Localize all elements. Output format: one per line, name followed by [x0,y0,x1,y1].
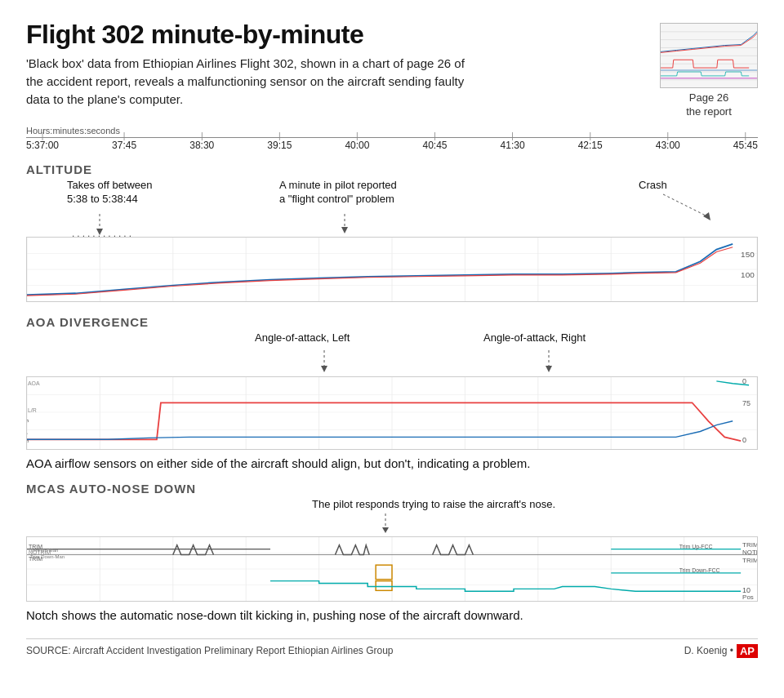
aoa-chart: 0 75 0 deg/s, Deg AOA L/R [26,376,758,450]
aoa-right-arrow-svg [26,331,758,376]
altitude-chart: 150 100 [26,237,758,302]
tick-0: 5:37:00 [26,140,59,151]
svg-text:deg/s, Deg: deg/s, Deg [26,419,29,449]
annotation-mcas-pilot: The pilot responds trying to raise the a… [312,497,555,512]
page-ref-label: Page 26the report [686,91,732,119]
svg-rect-71 [376,565,392,580]
aoa-explanation: AOA airflow sensors on either side of th… [26,456,758,470]
tick-7: 42:15 [578,140,603,151]
svg-marker-56 [382,527,389,533]
annotation-crash: Crash [639,178,667,193]
aoa-section: AOA DIVERGENCE Angle-of-attack, Left Ang… [26,315,758,470]
svg-text:Trim Down-FCC: Trim Down-FCC [679,567,720,573]
aoa-label: AOA DIVERGENCE [26,315,758,329]
ap-credit: D. Koenig • AP [684,644,758,658]
main-title: Flight 302 minute-by-minute [26,20,640,50]
altitude-chart-wrapper: 150 100 [26,237,758,302]
svg-text:0: 0 [742,436,746,444]
annotation-aoa-right: Angle-of-attack, Right [483,331,586,345]
svg-text:0: 0 [742,377,746,385]
page-ref-area: Page 26the report [660,23,758,119]
mcas-annotation-row: The pilot responds trying to raise the a… [26,497,758,536]
altitude-section: ALTITUDE Takes off between5:38 to 5:38:4… [26,162,758,302]
mcas-chart: TRIM NOTRIM TRIM Trim Up-Man Trim Down-M… [26,536,758,602]
timeline-axis: 5:37:00 37:45 38:30 39:15 40:00 40:45 41… [26,137,758,151]
svg-text:Trim Down-Man: Trim Down-Man [30,554,65,559]
page-thumbnail [660,23,758,88]
source-text: SOURCE: Aircraft Accident Investigation … [26,645,394,656]
ap-logo-box: AP [737,644,758,658]
header-left: Flight 302 minute-by-minute 'Black box' … [26,20,640,108]
altitude-annotation-row: Takes off between5:38 to 5:38:44 .......… [26,178,758,237]
svg-marker-32 [321,366,327,372]
altitude-label: ALTITUDE [26,162,758,176]
svg-text:150: 150 [741,250,755,259]
svg-text:TRIM: TRIM [742,541,758,549]
mcas-explanation: Notch shows the automatic nose-down tilt… [26,608,758,622]
timeline-units: Hours:minutes:seconds [26,126,758,136]
tick-4: 40:00 [345,140,369,151]
credit-name: D. Koenig • [684,645,733,656]
svg-text:Pos: Pos [742,594,754,601]
svg-text:Trim Up-Man: Trim Up-Man [30,547,58,552]
svg-text:AOA: AOA [28,380,40,386]
aoa-annotation-row: Angle-of-attack, Left Angle-of-attack, R… [26,331,758,376]
aoa-left-arrow-svg [26,331,758,376]
footer: SOURCE: Aircraft Accident Investigation … [26,638,758,658]
tick-9: 45:45 [733,140,758,151]
tick-8: 43:00 [656,140,680,151]
tick-1: 37:45 [112,140,136,151]
tick-3: 39:15 [267,140,292,151]
svg-text:Trim Up-FCC: Trim Up-FCC [679,543,713,549]
svg-marker-34 [546,366,552,372]
aoa-chart-wrapper: 0 75 0 deg/s, Deg AOA L/R [26,376,758,450]
tick-6: 41:30 [501,140,525,151]
mcas-label: MCAS AUTO-NOSE DOWN [26,482,758,496]
svg-text:NOTRIM: NOTRIM [742,549,758,556]
svg-text:TRIM: TRIM [742,557,758,564]
annotation-flightcontrol: A minute in pilot reporteda "flight cont… [279,178,397,207]
subtitle: 'Black box' data from Ethiopian Airlines… [26,55,483,108]
annotation-aoa-left: Angle-of-attack, Left [255,331,350,345]
header-area: Flight 302 minute-by-minute 'Black box' … [26,20,758,119]
mcas-chart-wrapper: TRIM NOTRIM TRIM Trim Up-Man Trim Down-M… [26,536,758,602]
timeline-section: Hours:minutes:seconds 5:37:00 37:45 38:3… [26,126,758,151]
svg-text:L/R: L/R [28,407,37,413]
svg-text:100: 100 [741,270,755,279]
mcas-section: MCAS AUTO-NOSE DOWN The pilot responds t… [26,482,758,622]
tick-2: 38:30 [189,140,214,151]
svg-text:75: 75 [742,399,751,407]
svg-rect-72 [376,580,392,590]
tick-5: 40:45 [422,140,447,151]
